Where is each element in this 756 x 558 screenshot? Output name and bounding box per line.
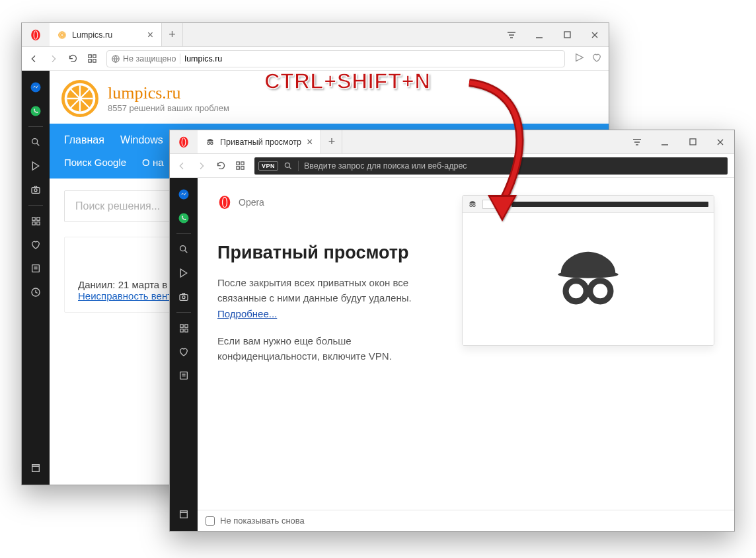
opera-menu-button[interactable] — [22, 23, 50, 46]
sidebar-history-icon[interactable] — [22, 281, 50, 303]
window-minimize-button[interactable] — [525, 23, 553, 46]
speed-dial-button[interactable] — [87, 54, 97, 63]
window-minimize-button[interactable] — [651, 130, 679, 153]
svg-point-83 — [223, 198, 227, 208]
svg-point-86 — [558, 271, 619, 278]
svg-point-48 — [182, 138, 186, 146]
brand-text: Opera — [239, 197, 264, 208]
sidebar-settings-icon[interactable] — [22, 457, 50, 479]
new-tab-button[interactable]: + — [321, 130, 342, 153]
nav-reload-button[interactable] — [216, 161, 226, 171]
svg-point-50 — [211, 142, 213, 145]
vpn-badge[interactable]: VPN — [258, 161, 278, 171]
incognito-large-icon — [552, 243, 624, 315]
sidebar-whatsapp-icon[interactable] — [22, 100, 50, 122]
sidebar-speed-dial-icon[interactable] — [170, 317, 198, 339]
svg-marker-22 — [576, 54, 584, 61]
nav-back-button[interactable] — [28, 54, 39, 64]
nav-item[interactable]: О на — [142, 157, 163, 168]
window-maximize-button[interactable] — [553, 23, 581, 46]
nav-reload-button[interactable] — [68, 54, 78, 63]
annotation-shortcut-text: CTRL+SHIFT+N — [264, 69, 431, 94]
svg-rect-18 — [89, 60, 91, 62]
window-close-button[interactable] — [706, 130, 734, 153]
svg-rect-32 — [32, 221, 34, 224]
private-body-text-2: Если вам нужно еще больше конфиденциальн… — [217, 333, 435, 364]
nav-back-button[interactable] — [176, 161, 187, 171]
svg-rect-74 — [180, 329, 182, 331]
tabstrip: Lumpics.ru × + — [22, 23, 609, 47]
bookmark-heart-button[interactable] — [591, 52, 602, 65]
sidebar-search-icon[interactable] — [170, 238, 198, 260]
opera-menu-button[interactable] — [170, 130, 198, 153]
easy-setup-button[interactable] — [498, 23, 525, 46]
tab-close-button[interactable]: × — [307, 137, 313, 147]
opera-logo-icon — [217, 195, 232, 210]
svg-rect-31 — [36, 217, 39, 219]
svg-rect-79 — [180, 512, 188, 518]
url-field[interactable]: Не защищено — [106, 50, 565, 67]
svg-point-67 — [180, 246, 186, 251]
sidebar-news-icon[interactable] — [22, 257, 50, 280]
sidebar-speed-dial-icon[interactable] — [22, 210, 50, 232]
svg-point-49 — [208, 142, 210, 145]
tab-private[interactable]: Приватный просмотр × — [198, 130, 321, 153]
opera-icon — [178, 136, 190, 148]
search-icon — [284, 161, 293, 171]
private-more-link[interactable]: Подробнее... — [217, 308, 277, 319]
nav-item[interactable]: Главная — [64, 134, 104, 146]
nav-item[interactable]: Windows — [120, 134, 163, 146]
svg-rect-61 — [237, 167, 239, 169]
page-private: Opera Приватный просмотр После закрытия … — [198, 178, 734, 531]
sidebar-flow-icon[interactable] — [22, 155, 50, 177]
tab-title: Lumpics.ru — [72, 30, 112, 40]
nav-forward-button[interactable] — [196, 161, 207, 171]
addressbar: Не защищено — [22, 47, 609, 71]
private-footer: Не показывать снова — [198, 510, 734, 531]
svg-point-63 — [285, 163, 289, 167]
sidebar-settings-icon[interactable] — [170, 503, 198, 526]
svg-rect-39 — [32, 465, 40, 467]
svg-rect-73 — [184, 324, 187, 327]
opera-icon — [30, 29, 42, 41]
tab-lumpics[interactable]: Lumpics.ru × — [50, 23, 162, 46]
svg-line-68 — [185, 251, 188, 253]
svg-rect-80 — [180, 511, 188, 513]
svg-point-66 — [179, 214, 189, 223]
sidebar-bookmarks-icon[interactable] — [170, 340, 198, 363]
sidebar-snapshot-icon[interactable] — [170, 286, 198, 308]
sidebar-flow-icon[interactable] — [170, 262, 198, 284]
tab-close-button[interactable]: × — [147, 30, 153, 40]
svg-line-64 — [289, 167, 291, 169]
dont-show-again-checkbox[interactable] — [206, 516, 215, 526]
easy-setup-button[interactable] — [623, 130, 651, 153]
svg-rect-72 — [180, 324, 182, 327]
sidebar-messenger-icon[interactable] — [22, 76, 50, 99]
sidebar-whatsapp-icon[interactable] — [170, 207, 198, 229]
nav-item[interactable]: Поиск Google — [64, 157, 126, 168]
svg-rect-13 — [564, 32, 570, 38]
sidebar-messenger-icon[interactable] — [170, 183, 198, 206]
svg-point-2 — [34, 31, 38, 39]
svg-rect-59 — [237, 162, 239, 165]
new-tab-button[interactable]: + — [162, 23, 183, 46]
sidebar-search-icon[interactable] — [22, 131, 50, 153]
svg-point-88 — [590, 281, 611, 301]
sidebar-bookmarks-icon[interactable] — [22, 233, 50, 256]
nav-forward-button[interactable] — [48, 54, 59, 64]
svg-rect-30 — [32, 217, 34, 219]
window-close-button[interactable] — [581, 23, 609, 46]
svg-point-24 — [31, 106, 41, 116]
instant-search-button[interactable] — [574, 52, 585, 65]
incognito-icon — [206, 138, 215, 147]
url-input[interactable] — [184, 54, 560, 63]
sidebar-news-icon[interactable] — [170, 364, 198, 387]
svg-point-71 — [182, 296, 185, 299]
speed-dial-button[interactable] — [235, 161, 245, 171]
sidebar-snapshot-icon[interactable] — [22, 179, 50, 201]
svg-point-87 — [566, 281, 586, 301]
security-label: Не защищено — [123, 54, 176, 63]
window-maximize-button[interactable] — [679, 130, 706, 153]
private-search-field[interactable]: VPN Введите запрос для поиска или веб-ад… — [254, 157, 728, 175]
favicon-lumpics-icon — [57, 30, 67, 40]
